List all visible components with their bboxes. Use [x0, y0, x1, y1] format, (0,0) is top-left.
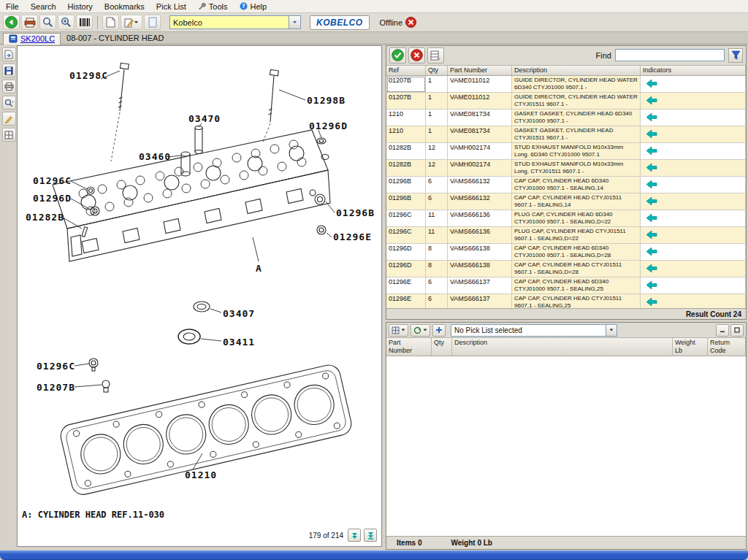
column-description[interactable]: Description [512, 66, 641, 75]
parts-row[interactable]: 01296C11VAMS666136PLUG CAP, CYLINDER HEA… [386, 210, 746, 227]
parts-row[interactable]: 01207B1VAME011012GUIDE DIRECTOR, CYLINDE… [386, 76, 746, 93]
cell-indicator[interactable] [641, 193, 746, 210]
picklist-combo-dropdown[interactable] [606, 325, 617, 336]
grid-view-button[interactable] [2, 128, 16, 142]
cell-qty: 6 [426, 193, 448, 210]
tab-model[interactable]: SK200LC [3, 33, 61, 45]
pick-column-qty[interactable]: Qty [432, 338, 452, 356]
confirm-button[interactable] [389, 47, 406, 64]
zoom-button[interactable] [39, 15, 56, 30]
cell-qty: 11 [426, 210, 448, 227]
cell-ref: 01207B [386, 76, 426, 93]
pick-column-part-number[interactable]: PartNumber [386, 338, 432, 356]
last-page-button[interactable] [364, 529, 377, 542]
back-button[interactable] [3, 15, 20, 30]
cell-indicator[interactable] [641, 244, 746, 261]
tab-model-label[interactable]: SK200LC [20, 34, 55, 43]
cell-ref: 1210 [386, 126, 426, 143]
pick-column-description[interactable]: Description [452, 338, 673, 356]
menu-history[interactable]: History [62, 1, 99, 12]
cell-indicator[interactable] [641, 210, 746, 227]
save-button[interactable] [2, 64, 16, 77]
parts-row[interactable]: 01296B6VAMS666132CAP CAP, CYLINDER HEAD … [386, 177, 746, 193]
print-button[interactable] [21, 15, 38, 30]
pick-column-return-code[interactable]: ReturnCode [708, 338, 746, 356]
zoom-select-button[interactable] [58, 15, 75, 30]
diagram-panel[interactable]: 01298C01298B0347001296D0346001296C01296D… [17, 45, 382, 547]
export-list-button[interactable] [427, 47, 444, 64]
parts-row[interactable]: 01282B12VAMH002174STUD EXHAUST MANIFOLD … [386, 160, 746, 177]
cell-description: CAP CAP, CYLINDER HEAD 6D340 CTYJ01000 9… [512, 244, 641, 261]
picklist-view-button[interactable] [389, 324, 408, 337]
cell-qty: 12 [426, 143, 448, 160]
annotate-button[interactable] [2, 112, 16, 126]
cell-part-number: VAME011012 [448, 93, 512, 110]
parts-row[interactable]: 12101VAME081734GASKET GASKET, CYLINDER H… [386, 110, 746, 126]
parts-row[interactable]: 01296C11VAMS666136PLUG CAP, CYLINDER HEA… [386, 227, 746, 244]
markup-button[interactable] [121, 15, 142, 30]
cell-indicator[interactable] [641, 110, 746, 126]
cell-indicator[interactable] [641, 76, 746, 93]
menu-bookmarks[interactable]: Bookmarks [99, 1, 150, 12]
pick-column-weight[interactable]: WeightLb [673, 338, 708, 356]
menu-file[interactable]: File [0, 1, 25, 12]
cell-indicator[interactable] [641, 277, 746, 294]
close-icon [411, 49, 423, 61]
print-page-button[interactable] [2, 80, 16, 93]
barcode-button[interactable] [76, 15, 93, 30]
cell-indicator[interactable] [641, 160, 746, 177]
menu-pick-list[interactable]: Pick List [150, 1, 192, 12]
filter-button[interactable] [728, 48, 743, 63]
next-page-button[interactable] [348, 529, 361, 542]
find-input[interactable] [615, 49, 725, 61]
cell-indicator[interactable] [641, 177, 746, 193]
column-ref[interactable]: Ref [386, 66, 426, 75]
parts-row[interactable]: 01296D8VAMS666138CAP CAP, CYLINDER HEAD … [386, 261, 746, 277]
cell-indicator[interactable] [641, 126, 746, 143]
page-icon [106, 17, 115, 28]
parts-row[interactable]: 01296B6VAMS666132CAP CAP, CYLINDER HEAD … [386, 193, 746, 210]
menu-tools[interactable]: Tools [192, 1, 234, 12]
cell-part-number: VAMS666137 [448, 277, 512, 294]
cell-indicator[interactable] [641, 143, 746, 160]
model-combo-value: Kobelco [170, 18, 289, 27]
parts-row[interactable]: 12101VAME081734GASKET GASKET, CYLINDER H… [386, 126, 746, 143]
picklist-actions-button[interactable] [411, 324, 430, 337]
check-icon [392, 49, 404, 61]
restore-button[interactable] [730, 324, 744, 337]
parts-row[interactable]: 01296E6VAMS666137CAP CAP, CYLINDER HEAD … [386, 277, 746, 294]
cell-indicator[interactable] [641, 227, 746, 244]
export-page-button[interactable] [2, 47, 16, 61]
menu-help[interactable]: ?Help [234, 1, 273, 12]
cell-ref: 01296C [386, 210, 426, 227]
find-label: Find [596, 51, 611, 60]
cell-indicator[interactable] [641, 93, 746, 110]
picklist-body[interactable] [386, 356, 746, 536]
clear-button[interactable] [408, 47, 425, 64]
parts-row[interactable]: 01282B12VAMH002174STUD EXHAUST MANIFOLD … [386, 143, 746, 160]
parts-row[interactable]: 01296E6VAMS666137CAP CAP, CYLINDER HEAD … [386, 294, 746, 308]
cell-indicator[interactable] [641, 261, 746, 277]
cell-description: PLUG CAP, CYLINDER HEAD 6D340 CTYJ01000 … [512, 210, 641, 227]
blank-page-button[interactable] [144, 15, 161, 30]
model-combo[interactable]: Kobelco [169, 15, 301, 29]
menu-search[interactable]: Search [25, 1, 62, 12]
grid-icon [4, 131, 13, 139]
picklist-add-button[interactable] [432, 324, 446, 337]
menu-label: Help [251, 2, 267, 11]
zoom-tool-button[interactable] [2, 96, 16, 110]
offline-icon[interactable] [405, 17, 416, 28]
column-part-number[interactable]: Part Number [448, 66, 512, 75]
parts-row[interactable]: 01207B1VAME011012GUIDE DIRECTOR, CYLINDE… [386, 93, 746, 110]
svg-text:?: ? [242, 3, 245, 9]
column-indicators[interactable]: Indicators [641, 66, 746, 75]
window-bottom-border [0, 551, 748, 560]
cell-indicator[interactable] [641, 294, 746, 308]
parts-row[interactable]: 01296D8VAMS666138CAP CAP, CYLINDER HEAD … [386, 244, 746, 261]
picklist-combo[interactable]: No Pick List selected [451, 324, 617, 337]
brand-logo[interactable]: KOBELCO [310, 15, 370, 30]
model-combo-dropdown[interactable] [289, 16, 300, 28]
column-qty[interactable]: Qty [426, 66, 448, 75]
page-view-button[interactable] [102, 15, 119, 30]
collapse-button[interactable] [716, 324, 729, 337]
